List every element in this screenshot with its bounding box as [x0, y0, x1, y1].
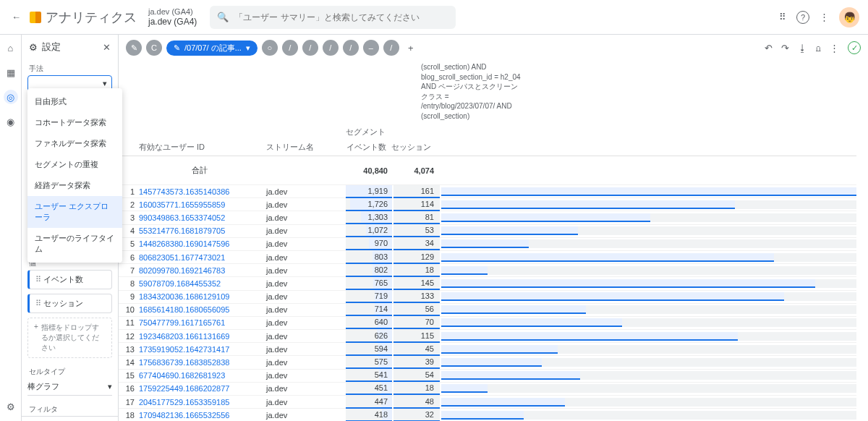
col-sessions[interactable]: セッション — [391, 142, 437, 153]
tab-chip[interactable]: / — [343, 40, 359, 56]
session-bar — [441, 239, 856, 248]
technique-option[interactable]: 経路データ探索 — [27, 175, 122, 196]
events-cell: 575 — [346, 356, 392, 369]
back-button[interactable]: ← — [9, 9, 24, 25]
user-id-link[interactable]: 1834320036.1686129109 — [139, 292, 229, 301]
table-row: 141756836739.1683852838ja.dev57539 — [119, 356, 856, 369]
sessions-cell: 48 — [393, 396, 440, 409]
value-metric-chip[interactable]: ⠿ イベント数 — [27, 270, 112, 289]
events-cell: 541 — [346, 369, 392, 382]
toolbar-icon[interactable]: ⋮ — [830, 43, 839, 54]
help-icon[interactable]: ? — [796, 11, 809, 24]
tab-chip[interactable]: / — [282, 40, 298, 56]
session-bar — [441, 200, 856, 209]
property-line2: ja.dev (GA4) — [148, 17, 197, 27]
user-id-link[interactable]: 1923468203.1661131669 — [139, 332, 229, 341]
close-icon[interactable]: ✕ — [103, 42, 111, 53]
search-input[interactable] — [234, 12, 448, 22]
add-tab-button[interactable]: + — [404, 43, 418, 54]
technique-option[interactable]: ユーザーのライフタイム — [27, 228, 122, 260]
nav-admin[interactable]: ⚙ — [4, 399, 18, 414]
user-id-link[interactable]: 1759225449.1686202877 — [139, 384, 229, 393]
search-box[interactable]: 🔍 — [210, 6, 456, 29]
user-id-link[interactable]: 1457743573.1635140386 — [139, 187, 229, 196]
user-id-link[interactable]: 802099780.1692146783 — [139, 266, 225, 275]
user-id-link[interactable]: 553214776.1681879705 — [139, 226, 225, 235]
exploration-canvas: ✎C ✎ /07/07/ の記事... ▾ ○////–/ + ↶↷⭳⩍⋮✓ (… — [119, 35, 868, 421]
topbar: ← アナリティクス ja.dev (GA4) ja.dev (GA4) 🔍 ⠿ … — [0, 0, 868, 35]
events-cell: 765 — [346, 277, 392, 290]
events-cell: 802 — [346, 264, 392, 277]
total-sessions: 4,074 — [393, 165, 440, 177]
user-id-link[interactable]: 677404690.1682681923 — [139, 371, 225, 380]
app-name: アナリティクス — [46, 9, 137, 26]
user-id-link[interactable]: 750477799.1617165761 — [139, 318, 225, 327]
tab-chip[interactable]: C — [146, 40, 162, 56]
session-bar — [441, 305, 856, 314]
nav-home[interactable]: ⌂ — [4, 41, 18, 55]
events-cell: 1,072 — [346, 224, 392, 237]
events-cell: 451 — [346, 382, 392, 395]
logo[interactable]: アナリティクス — [30, 9, 137, 26]
events-cell: 714 — [346, 303, 392, 316]
session-bar — [441, 292, 856, 301]
tab-chip[interactable]: – — [363, 40, 379, 56]
tab-chip[interactable]: ✎ — [126, 40, 142, 56]
toolbar-icon[interactable]: ↷ — [781, 43, 789, 54]
session-bar — [441, 266, 856, 275]
user-id-link[interactable]: 1756836739.1683852838 — [139, 358, 229, 367]
variables-bar[interactable]: ⧉ 変数 _ — [22, 416, 118, 421]
technique-option[interactable]: ユーザー エクスプローラ — [27, 196, 122, 228]
filter-label: フィルタ — [22, 400, 118, 416]
sessions-cell: 161 — [393, 185, 440, 198]
events-cell: 1,919 — [346, 185, 392, 198]
technique-option[interactable]: ファネルデータ探索 — [27, 133, 122, 154]
table-row: 91834320036.1686129109ja.dev719133 — [119, 291, 856, 304]
col-user-id[interactable]: 有効なユーザー ID — [139, 142, 260, 153]
user-id-link[interactable]: 1448268380.1690147596 — [139, 239, 229, 248]
session-bar — [441, 345, 856, 354]
technique-option[interactable]: コホートデータ探索 — [27, 112, 122, 133]
table-row: 15677404690.1682681923ja.dev54154 — [119, 370, 856, 383]
user-id-link[interactable]: 990349863.1653374052 — [139, 213, 225, 222]
cell-type-select[interactable]: 棒グラフ ▾ — [27, 378, 112, 396]
toolbar-icon[interactable]: ⩍ — [816, 43, 821, 54]
tab-chip[interactable]: / — [323, 40, 339, 56]
tab-chip[interactable]: / — [383, 40, 399, 56]
session-bar — [441, 279, 856, 288]
tab-chip[interactable]: / — [302, 40, 318, 56]
nav-reports[interactable]: ▦ — [4, 65, 18, 80]
table-row: 7802099780.1692146783ja.dev80218 — [119, 264, 856, 277]
user-id-link[interactable]: 1735919052.1642731417 — [139, 345, 229, 354]
chevron-down-icon: ▾ — [103, 79, 107, 88]
technique-option[interactable]: セグメントの重複 — [27, 154, 122, 175]
sessions-cell: 70 — [393, 316, 440, 329]
user-id-link[interactable]: 806823051.1677473021 — [139, 253, 225, 262]
sessions-cell: 45 — [393, 343, 440, 356]
table-row: 11457743573.1635140386ja.dev1,919161 — [119, 185, 856, 198]
status-ok-icon: ✓ — [848, 41, 861, 54]
kebab-icon[interactable]: ⋮ — [820, 12, 829, 22]
user-id-link[interactable]: 160035771.1655955859 — [139, 200, 225, 209]
value-metric-chip[interactable]: ⠿ セッション — [27, 294, 112, 313]
user-id-link[interactable]: 2045177529.1653359185 — [139, 398, 229, 407]
tab-active[interactable]: ✎ /07/07/ の記事... ▾ — [166, 41, 258, 56]
user-id-link[interactable]: 1685614180.1680656095 — [139, 305, 229, 314]
col-events[interactable]: イベント数 — [346, 142, 391, 153]
col-stream[interactable]: ストリーム名 — [266, 142, 346, 153]
technique-option[interactable]: 目由形式 — [27, 91, 122, 112]
toolbar-icon[interactable]: ⭳ — [798, 43, 807, 54]
property-selector[interactable]: ja.dev (GA4) ja.dev (GA4) — [148, 7, 197, 27]
metric-dropzone[interactable]: + 指標をドロップするか選択してください — [27, 318, 112, 358]
tab-chip[interactable]: ○ — [262, 40, 278, 56]
nav-advertising[interactable]: ◉ — [4, 114, 18, 129]
sessions-cell: 54 — [393, 369, 440, 382]
avatar[interactable]: 👦 — [839, 7, 859, 27]
sessions-cell: 129 — [393, 251, 440, 264]
user-id-link[interactable]: 1709482136.1665532556 — [139, 411, 229, 420]
cell-type-label: セルタイプ — [22, 362, 118, 378]
nav-explore[interactable]: ◎ — [4, 90, 18, 104]
apps-icon[interactable]: ⠿ — [779, 12, 786, 22]
toolbar-icon[interactable]: ↶ — [765, 43, 773, 54]
user-id-link[interactable]: 59078709.1684455352 — [139, 279, 221, 288]
